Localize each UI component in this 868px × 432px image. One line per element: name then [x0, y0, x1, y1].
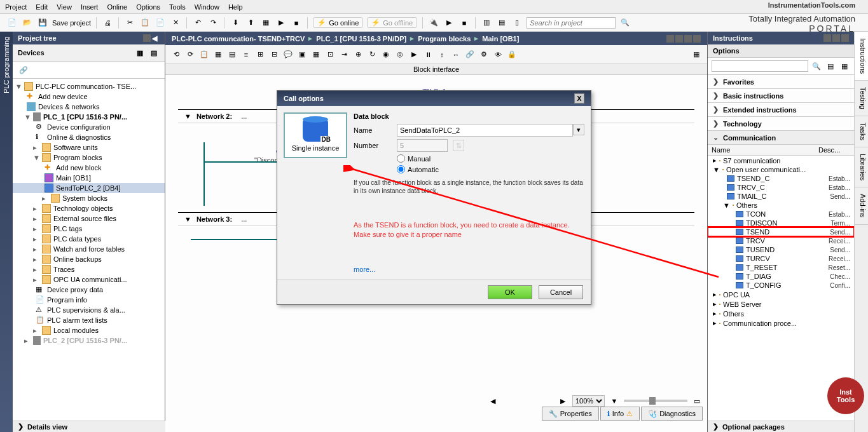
inst-close-icon[interactable] — [841, 34, 849, 42]
inst-tconfig[interactable]: T_CONFIGConfi... — [708, 281, 854, 290]
et-icon-20[interactable]: ↕ — [436, 49, 448, 60]
tree-add-block[interactable]: ✚Add new block — [13, 163, 165, 173]
et-icon-13[interactable]: ⇥ — [338, 49, 350, 60]
folder-opcua[interactable]: ▸OPC UA — [708, 290, 854, 299]
menu-view[interactable]: View — [57, 3, 72, 11]
rail-addins[interactable]: Add-ins — [855, 187, 868, 224]
inst-trcv-c[interactable]: TRCV_CEstab... — [708, 183, 854, 192]
instruction-search-input[interactable] — [712, 60, 808, 72]
go-online-button[interactable]: ⚡ Go online — [313, 17, 363, 28]
menu-options[interactable]: Options — [136, 3, 160, 11]
zoom-select[interactable]: 100% — [572, 395, 605, 407]
tab-diagnostics[interactable]: 🩺Diagnostics — [641, 407, 703, 421]
et-icon-23[interactable]: ⚙ — [478, 49, 490, 60]
folder-s7[interactable]: ▸S7 communication — [708, 156, 854, 165]
tree-proxy[interactable]: ▦Device proxy data — [13, 285, 165, 295]
inst-tusend[interactable]: TUSENDSend... — [708, 245, 854, 254]
cat-basic[interactable]: ❯Basic instructions — [708, 89, 854, 103]
inst-col2-icon[interactable] — [832, 34, 840, 42]
et-icon-18[interactable]: ▶ — [408, 49, 420, 60]
crumb-plc[interactable]: PLC_1 [CPU 1516-3 PN/DP] — [316, 35, 406, 43]
optional-packages-header[interactable]: ❯Optional packages — [708, 421, 854, 432]
tree-superv[interactable]: ⚠PLC supervisions & ala... — [13, 305, 165, 315]
menu-edit[interactable]: Edit — [36, 3, 48, 11]
download-icon[interactable]: ⬇ — [230, 17, 241, 29]
scroll-r-icon[interactable]: ▶ — [557, 395, 568, 407]
inst-search-icon[interactable]: 🔍 — [811, 60, 822, 72]
folder-others2[interactable]: ▸Others — [708, 309, 854, 318]
split-v-icon[interactable]: ▯ — [511, 17, 523, 29]
zoom-slider[interactable] — [624, 400, 687, 402]
tree-online-diag[interactable]: ℹOnline & diagnostics — [13, 132, 165, 142]
network-view-icon[interactable]: 🔗 — [18, 64, 29, 76]
name-input[interactable] — [397, 124, 573, 137]
accessible-devices-icon[interactable]: 🔌 — [428, 17, 439, 29]
editor-close-icon[interactable] — [693, 35, 701, 43]
et-icon-10[interactable]: ▣ — [296, 49, 308, 60]
rail-libraries[interactable]: Libraries — [855, 147, 868, 187]
split-h-icon[interactable]: ▤ — [496, 17, 507, 29]
pt-arrow-icon[interactable]: ◀ — [152, 34, 160, 42]
undo-icon[interactable]: ↶ — [192, 17, 203, 29]
project-tree-body[interactable]: ▼PLC-PLC communcation- TSE... ✚Add new d… — [13, 79, 165, 422]
cancel-button[interactable]: Cancel — [539, 285, 583, 299]
go-offline-button[interactable]: ⚡ Go offline — [367, 17, 417, 28]
et-icon-8[interactable]: ⊟ — [268, 49, 280, 60]
tree-proginfo[interactable]: 📄Program info — [13, 295, 165, 305]
et-icon-24[interactable]: 👁 — [492, 49, 504, 60]
et-icon-15[interactable]: ↻ — [366, 49, 378, 60]
editor-restore-icon[interactable] — [684, 35, 692, 43]
search-icon[interactable]: 🔍 — [619, 17, 631, 29]
tree-local[interactable]: ▸Local modules — [13, 325, 165, 335]
tree-plc-tags[interactable]: ▸PLC tags — [13, 224, 165, 234]
paste-icon[interactable]: 📄 — [155, 17, 166, 29]
zoom-fit-icon[interactable]: ▭ — [691, 395, 703, 407]
et-icon-11[interactable]: ▦ — [310, 49, 322, 60]
menu-insert[interactable]: Insert — [81, 3, 99, 11]
et-icon-5[interactable]: ▤ — [226, 49, 238, 60]
crumb-project[interactable]: PLC-PLC communcation- TSEND+TRCV — [172, 35, 305, 43]
crumb-main[interactable]: Main [OB1] — [482, 35, 519, 43]
tree-watch[interactable]: ▸Watch and force tables — [13, 244, 165, 254]
menu-help[interactable]: Help — [228, 3, 243, 11]
et-icon-6[interactable]: ≡ — [240, 49, 252, 60]
tree-alarm[interactable]: 📋PLC alarm text lists — [13, 315, 165, 325]
print-icon[interactable]: 🖨 — [102, 17, 113, 29]
manual-radio[interactable]: Manual — [397, 154, 431, 163]
tree-plc-types[interactable]: ▸PLC data types — [13, 234, 165, 244]
tree-sw-units[interactable]: ▸Software units — [13, 142, 165, 152]
inst-turcv[interactable]: TURCVRecei... — [708, 254, 854, 263]
folder-commproc[interactable]: ▸Communication proce... — [708, 318, 854, 328]
tab-properties[interactable]: 🔧Properties — [542, 407, 599, 421]
et-icon-7[interactable]: ⊞ — [254, 49, 266, 60]
pt-collapse-icon[interactable] — [143, 34, 151, 42]
menu-window[interactable]: Window — [195, 3, 219, 11]
tree-add-device[interactable]: ✚Add new device — [13, 91, 165, 102]
et-icon-17[interactable]: ◎ — [394, 49, 406, 60]
search-project-input[interactable] — [527, 17, 616, 29]
cat-extended[interactable]: ❯Extended instructions — [708, 103, 854, 117]
dialog-titlebar[interactable]: Call options X — [277, 91, 591, 106]
inst-col-icon[interactable] — [823, 34, 831, 42]
copy-icon[interactable]: 📋 — [139, 17, 151, 29]
left-rail-plc-programming[interactable]: PLC programming — [0, 32, 13, 432]
inst-tsend[interactable]: TSENDSend... — [708, 227, 854, 236]
tree-system-blocks[interactable]: ▸System blocks — [13, 193, 165, 203]
cut-icon[interactable]: ✂ — [124, 17, 135, 29]
rail-testing[interactable]: Testing — [855, 81, 868, 116]
dialog-close-button[interactable]: X — [574, 93, 584, 104]
compile-icon[interactable]: ▦ — [260, 17, 272, 29]
stop-icon[interactable]: ■ — [291, 17, 302, 29]
inst-tdiag[interactable]: T_DIAGChec... — [708, 272, 854, 281]
folder-others[interactable]: ▼Others — [708, 201, 854, 210]
cat-technology[interactable]: ❯Technology — [708, 117, 854, 131]
et-icon-3[interactable]: 📋 — [198, 49, 210, 60]
inst-treset[interactable]: T_RESETReset... — [708, 263, 854, 272]
tree-devices-networks[interactable]: Devices & networks — [13, 102, 165, 112]
tree-traces[interactable]: ▸Traces — [13, 264, 165, 274]
redo-icon[interactable]: ↷ — [207, 17, 219, 29]
tree-opcua[interactable]: ▸OPC UA communicati... — [13, 274, 165, 285]
cat-favorites[interactable]: ❯Favorites — [708, 75, 854, 89]
et-icon-16[interactable]: ◉ — [380, 49, 392, 60]
tree-program-blocks[interactable]: ▼Program blocks — [13, 152, 165, 163]
